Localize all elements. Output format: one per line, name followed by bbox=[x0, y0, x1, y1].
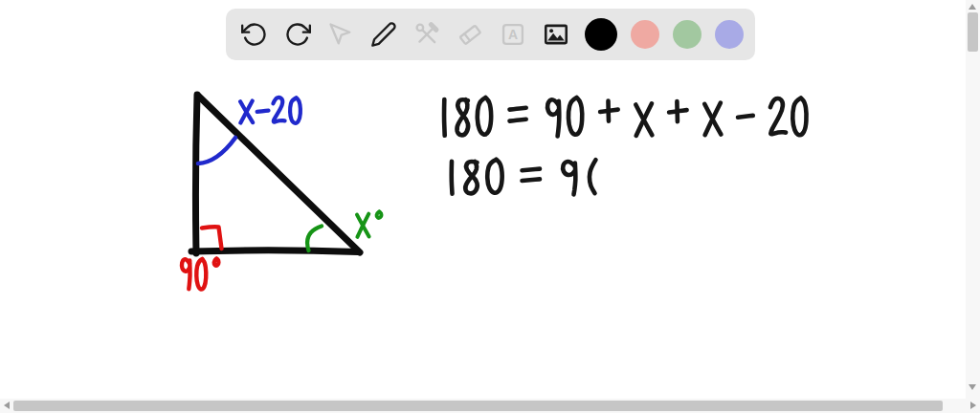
color-purple-swatch[interactable] bbox=[715, 20, 744, 49]
scroll-right-icon[interactable] bbox=[970, 402, 976, 409]
horizontal-scrollbar[interactable] bbox=[0, 399, 980, 413]
color-black-swatch-selected[interactable] bbox=[585, 18, 617, 51]
image-icon bbox=[543, 21, 569, 48]
eraser-tool-button[interactable] bbox=[456, 20, 484, 49]
pen-tool-button[interactable] bbox=[369, 20, 398, 49]
scroll-up-icon[interactable] bbox=[969, 4, 976, 10]
svg-text:A: A bbox=[508, 27, 518, 42]
label-top-angle bbox=[240, 98, 301, 123]
bottom-right-angle-arc bbox=[307, 227, 322, 251]
pen-icon bbox=[370, 21, 397, 48]
undo-button[interactable] bbox=[240, 20, 269, 49]
label-right-angle-degrees bbox=[182, 259, 218, 290]
vertical-scrollbar[interactable] bbox=[966, 0, 980, 399]
shape-tools-button[interactable] bbox=[412, 20, 441, 49]
eraser-icon bbox=[457, 21, 483, 48]
toolbar: A bbox=[226, 9, 755, 60]
undo-icon bbox=[241, 21, 268, 48]
text-tool-button[interactable]: A bbox=[499, 20, 527, 49]
scroll-left-icon[interactable] bbox=[4, 402, 10, 409]
color-red-swatch[interactable] bbox=[631, 20, 659, 49]
top-angle-arc bbox=[198, 138, 235, 163]
redo-icon bbox=[284, 21, 311, 48]
vertical-scrollbar-thumb[interactable] bbox=[968, 12, 978, 52]
color-swatches bbox=[585, 18, 744, 51]
redo-button[interactable] bbox=[283, 20, 312, 49]
scroll-down-icon[interactable] bbox=[969, 384, 976, 390]
whiteboard-canvas[interactable] bbox=[0, 0, 980, 413]
color-green-swatch[interactable] bbox=[673, 20, 702, 49]
label-bottom-right-angle bbox=[357, 211, 382, 236]
equation-line-1 bbox=[444, 98, 807, 137]
equation-line-2 bbox=[452, 160, 596, 195]
horizontal-scrollbar-thumb[interactable] bbox=[13, 401, 943, 411]
image-tool-button[interactable] bbox=[542, 20, 570, 49]
triangle-left-side bbox=[195, 95, 197, 253]
right-angle-marker bbox=[202, 227, 222, 249]
pointer-tool-button[interactable] bbox=[326, 20, 355, 49]
triangle-bottom-side bbox=[191, 250, 358, 252]
crossed-tools-icon bbox=[413, 21, 440, 48]
mouse-pointer-icon bbox=[327, 21, 354, 48]
text-tool-icon: A bbox=[500, 21, 526, 48]
